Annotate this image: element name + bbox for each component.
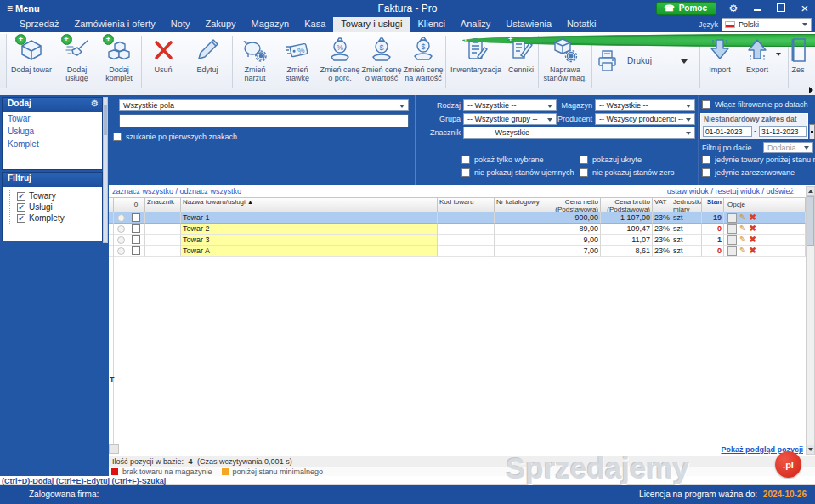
settings-gear-icon[interactable]: ⚙ [727, 3, 740, 14]
search-first-chars-checkbox[interactable]: szukanie po pierwszych znakach [113, 133, 237, 141]
checkbox-icon[interactable] [113, 133, 122, 141]
maximize-button[interactable] [774, 3, 788, 14]
column-header-jednostka[interactable]: Jednostka miary [671, 197, 702, 212]
column-header-cena-netto[interactable]: Cena netto (Podstawowa) [552, 197, 601, 212]
table-row[interactable]: Towar A 7,00 8,61 23% szt 0 ✎ ✖ [109, 246, 806, 257]
checkbox-icon[interactable] [461, 168, 470, 177]
menu-item-noty[interactable]: Noty [163, 17, 198, 32]
column-header-nr-katalogowy[interactable]: Nr katalogowy [495, 197, 552, 212]
reset-view-link[interactable]: resetuj widok [715, 187, 760, 195]
edit-pencil-icon[interactable]: ✎ [739, 235, 746, 244]
change-vat-rate-button[interactable]: % Zmień stawkę [276, 34, 319, 82]
sidebar-link-komplet[interactable]: Komplet [3, 138, 102, 150]
date-from-select[interactable]: 01-01-2023 [703, 126, 752, 137]
add-product-button[interactable]: + Dodaj towar [7, 34, 56, 74]
change-markup-button[interactable]: Zmień narzut [234, 34, 276, 82]
export-button[interactable]: Export [739, 34, 776, 74]
checkbox-icon[interactable] [702, 168, 710, 177]
menu-item-notatki[interactable]: Notatki [559, 17, 603, 32]
export-dropdown-caret-icon[interactable] [776, 53, 781, 56]
add-service-button[interactable]: + Dodaj usługę [56, 34, 98, 82]
scroll-down-button[interactable] [807, 445, 814, 454]
toolbar-overflow-arrow-icon[interactable] [809, 87, 813, 93]
menu-item-towary-i-uslugi[interactable]: Towary i usługi [333, 17, 410, 32]
search-field-select[interactable]: Wszystkie pola [119, 99, 409, 111]
vertical-scrollbar[interactable] [806, 186, 815, 455]
search-input[interactable] [119, 114, 409, 127]
checkbox-icon[interactable] [702, 100, 710, 109]
deselect-all-link[interactable]: odznacz wszystko [180, 187, 242, 195]
hide-negative-checkbox[interactable]: nie pokazuj stanów ujemnych [461, 168, 574, 177]
menu-item-klienci[interactable]: Klienci [410, 17, 452, 32]
scrollbar-thumb[interactable] [807, 196, 814, 246]
edit-button[interactable]: Edytuj [184, 34, 231, 74]
menu-item-kasa[interactable]: Kasa [297, 17, 333, 32]
delete-x-icon[interactable]: ✖ [749, 213, 756, 222]
row-checkbox[interactable] [132, 235, 140, 244]
menu-item-analizy[interactable]: Analizy [453, 17, 498, 32]
add-set-button[interactable]: + Dodaj komplet [98, 34, 140, 82]
scroll-up-button[interactable] [807, 187, 814, 196]
edit-pencil-icon[interactable]: ✎ [739, 224, 746, 233]
copy-icon[interactable] [727, 213, 737, 223]
reports-button-clipped[interactable]: Zes [790, 34, 807, 74]
delete-x-icon[interactable]: ✖ [749, 246, 756, 255]
panel-gear-icon[interactable]: ⚙ [91, 99, 99, 108]
date-to-select[interactable]: 31-12-2023 [759, 126, 807, 137]
magazyn-select[interactable]: -- Wszystkie -- [595, 99, 695, 111]
inventory-button[interactable]: + Inwentaryzacja [447, 34, 505, 74]
row-checkbox[interactable] [132, 224, 140, 233]
language-select[interactable]: Polski [722, 18, 812, 31]
delete-x-icon[interactable]: ✖ [749, 224, 756, 233]
filter-checkbox-uslugi[interactable]: Usługi [9, 201, 102, 212]
select-all-link[interactable]: zaznacz wszystko [112, 187, 173, 195]
edit-pencil-icon[interactable]: ✎ [739, 213, 746, 222]
column-header-znacznik[interactable]: Znacznik [145, 197, 181, 212]
change-price-to-value-button[interactable]: $ Zmień cenę na wartość [402, 34, 444, 82]
checkbox-icon[interactable] [702, 156, 710, 164]
checkbox-checked-icon[interactable] [17, 214, 25, 223]
menu-item-magazyn[interactable]: Magazyn [244, 17, 297, 32]
sidebar-scrollbar[interactable] [103, 97, 108, 243]
print-dropdown-caret-icon[interactable] [681, 59, 688, 64]
filter-by-date-select[interactable]: Dodania [763, 142, 813, 153]
only-reserved-checkbox[interactable]: jedynie zarezerwowane [702, 168, 795, 177]
show-hidden-checkbox[interactable]: pokazuj ukryte [580, 156, 642, 164]
edit-pencil-icon[interactable]: ✎ [739, 246, 746, 255]
price-lists-button[interactable]: + Cenniki [505, 34, 537, 74]
date-panel-side-button[interactable] [809, 124, 815, 139]
checkbox-checked-icon[interactable] [17, 203, 25, 212]
import-button[interactable]: Import [701, 34, 739, 74]
change-price-by-value-button[interactable]: $ Zmień cenę o wartość [361, 34, 402, 82]
sidebar-scrollbar-thumb[interactable] [104, 105, 107, 135]
table-row[interactable]: Towar 3 9,00 11,07 23% szt 1 ✎ ✖ [109, 235, 806, 246]
copy-icon[interactable] [727, 224, 737, 234]
sidebar-link-usluga[interactable]: Usługa [3, 125, 102, 138]
refresh-link[interactable]: odśwież [766, 187, 794, 195]
table-row[interactable]: Towar 2 89,00 109,47 23% szt 0 ✎ ✖ [109, 224, 806, 235]
set-view-link[interactable]: ustaw widok [667, 187, 709, 195]
delete-x-icon[interactable]: ✖ [749, 235, 756, 244]
column-header-stan[interactable]: Stan [702, 197, 724, 212]
menu-item-ustawienia[interactable]: Ustawienia [498, 17, 559, 32]
date-filter-enable-checkbox[interactable]: Włącz filtrowanie po datach [702, 100, 808, 109]
row-checkbox[interactable] [132, 213, 140, 222]
close-button[interactable]: × [798, 3, 812, 14]
row-checkbox[interactable] [132, 246, 140, 255]
minimize-button[interactable] [750, 3, 764, 14]
checkbox-icon[interactable] [580, 156, 588, 164]
menu-item-zamowienia[interactable]: Zamówienia i oferty [66, 17, 162, 32]
menu-item-sprzedaz[interactable]: Sprzedaż [12, 17, 66, 32]
checkbox-icon[interactable] [461, 156, 470, 164]
column-header-nazwa[interactable]: Nazwa towaru/usługi ▲ [181, 197, 438, 212]
show-preview-link[interactable]: Pokaż podgląd pozycji [721, 445, 803, 454]
column-header-vat[interactable]: VAT [653, 197, 671, 212]
copy-icon[interactable] [727, 235, 737, 245]
column-header-rowicon[interactable] [114, 197, 127, 212]
filter-checkbox-towary[interactable]: Towary [9, 190, 102, 201]
delete-button[interactable]: Usuń [143, 34, 184, 74]
table-row[interactable]: Towar 1 900,00 1 107,00 23% szt 19 ✎ ✖ [109, 212, 806, 224]
checkbox-icon[interactable] [580, 168, 588, 177]
checkbox-checked-icon[interactable] [17, 192, 25, 201]
hide-zero-checkbox[interactable]: nie pokazuj stanów zero [580, 168, 675, 177]
